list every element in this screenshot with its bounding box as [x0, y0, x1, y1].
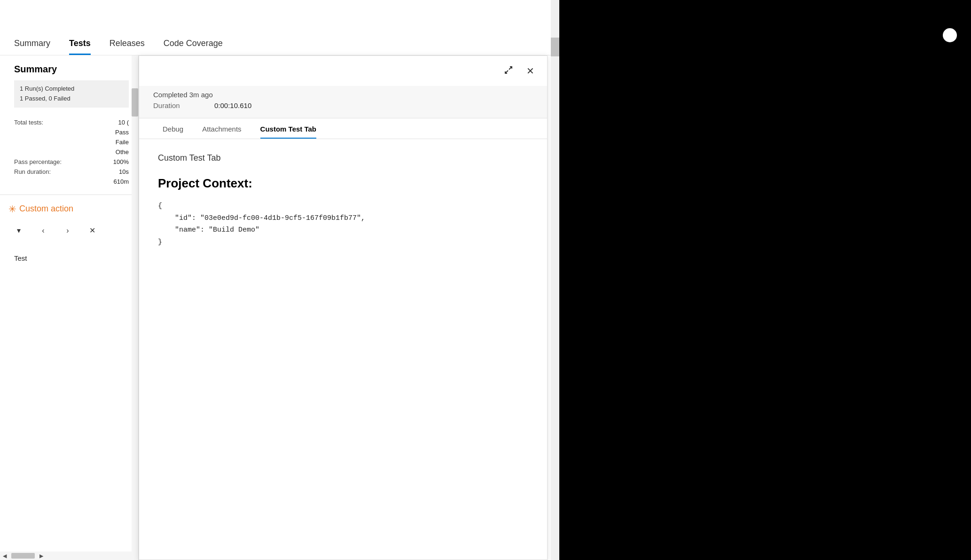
total-tests-value: 10 ( [118, 119, 129, 126]
scrollbar-thumb[interactable] [132, 88, 138, 117]
total-tests-label: Total tests: [14, 119, 43, 126]
total-tests-row: Total tests: 10 ( [14, 119, 129, 126]
tab-custom-test-tab[interactable]: Custom Test Tab [251, 118, 326, 139]
stats-table: Total tests: 10 ( Pass Faile Othe Pass p… [0, 112, 138, 194]
tab-releases[interactable]: Releases [105, 35, 154, 55]
left-panel: Summary 1 Run(s) Completed 1 Passed, 0 F… [0, 55, 139, 560]
run-duration-label: Run duration: [14, 168, 51, 175]
custom-action-text: Custom action [19, 204, 73, 214]
detail-meta: Completed 3m ago Duration 0:00:10.610 [139, 86, 547, 118]
run-duration-ms-value: 610m [113, 178, 129, 185]
code-block: { "id": "03e0ed9d-fc00-4d1b-9cf5-167f09b… [158, 200, 528, 248]
run-duration-row: Run duration: 10s [14, 168, 129, 175]
run-duration-ms-row: 610m [14, 178, 129, 185]
custom-action-label[interactable]: ✳ Custom action [8, 203, 129, 215]
close-nav-icon: ✕ [89, 226, 95, 235]
detail-panel: ✕ Completed 3m ago Duration 0:00:10.610 … [139, 55, 548, 560]
custom-action-section: ✳ Custom action ▾ ‹ › ✕ [0, 194, 138, 250]
tab-attachments-label: Attachments [202, 125, 241, 133]
test-label: Test [0, 250, 138, 266]
collapse-icon: ▾ [17, 226, 21, 235]
duration-row: Duration 0:00:10.610 [153, 101, 533, 109]
main-scrollbar-thumb[interactable] [551, 38, 559, 56]
scroll-thumb[interactable] [11, 553, 35, 559]
close-nav-button[interactable]: ✕ [84, 222, 101, 239]
tab-tests[interactable]: Tests [64, 35, 100, 55]
main-scrollbar[interactable] [551, 0, 559, 560]
summary-section: Summary 1 Run(s) Completed 1 Passed, 0 F… [0, 55, 138, 112]
top-right-indicator [943, 28, 957, 42]
next-button[interactable]: › [59, 222, 76, 239]
duration-label: Duration [153, 101, 214, 109]
tab-debug-label: Debug [163, 125, 183, 133]
prev-icon: ‹ [42, 226, 44, 235]
detail-header: ✕ [139, 56, 547, 86]
tab-custom-test-tab-label: Custom Test Tab [260, 125, 316, 133]
black-area [559, 0, 971, 560]
tab-releases-label: Releases [110, 39, 145, 48]
close-detail-button[interactable]: ✕ [523, 63, 538, 78]
pass-percentage-row: Pass percentage: 100% [14, 158, 129, 165]
next-icon: › [66, 226, 69, 235]
horizontal-scrollbar[interactable]: ◀ ▶ [0, 552, 132, 560]
detail-content: Custom Test Tab Project Context: { "id":… [139, 139, 547, 262]
tab-attachments[interactable]: Attachments [193, 118, 251, 139]
collapse-button[interactable]: ▾ [10, 222, 27, 239]
status-line1: 1 Run(s) Completed [20, 84, 123, 94]
top-nav: Summary Tests Releases Code Coverage [0, 0, 559, 55]
inner-tabs: Debug Attachments Custom Test Tab [139, 118, 547, 139]
duration-value: 0:00:10.610 [214, 101, 251, 109]
prev-button[interactable]: ‹ [35, 222, 52, 239]
status-line2: 1 Passed, 0 Failed [20, 94, 123, 104]
tab-debug[interactable]: Debug [153, 118, 193, 139]
completed-text: Completed 3m ago [153, 91, 533, 99]
pass-percentage-value: 100% [113, 158, 129, 165]
tab-code-coverage[interactable]: Code Coverage [159, 35, 232, 55]
summary-title: Summary [14, 64, 129, 75]
tab-code-coverage-label: Code Coverage [164, 39, 223, 48]
status-bar: 1 Run(s) Completed 1 Passed, 0 Failed [14, 80, 129, 108]
project-context-heading: Project Context: [158, 176, 528, 191]
tab-summary-label: Summary [14, 39, 50, 48]
other-row: Othe [14, 148, 129, 156]
run-duration-value: 10s [119, 168, 129, 175]
tab-summary[interactable]: Summary [9, 35, 60, 55]
vertical-scrollbar[interactable] [132, 55, 138, 560]
close-detail-icon: ✕ [526, 65, 534, 77]
asterisk-icon: ✳ [8, 203, 16, 215]
tab-tests-label: Tests [69, 39, 91, 48]
nav-controls: ▾ ‹ › ✕ [8, 222, 129, 244]
expand-button[interactable] [501, 63, 516, 78]
scroll-left-button[interactable]: ◀ [0, 552, 9, 560]
content-title: Custom Test Tab [158, 153, 528, 163]
expand-icon [504, 65, 513, 77]
scroll-right-button[interactable]: ▶ [37, 552, 46, 560]
fail-row: Faile [14, 139, 129, 146]
pass-percentage-label: Pass percentage: [14, 158, 62, 165]
pass-row: Pass [14, 129, 129, 136]
